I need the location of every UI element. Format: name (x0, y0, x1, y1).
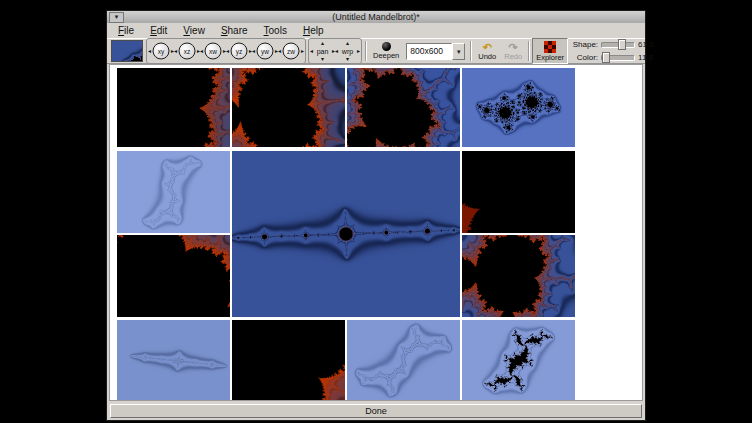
arrow-left-icon: ◂ (252, 48, 255, 54)
menu-tools[interactable]: Tools (256, 24, 295, 38)
fractal-canvas (462, 320, 575, 401)
rotate-zw-label: zw (283, 43, 300, 60)
arrow-left-icon: ◂ (310, 48, 313, 54)
shape-slider-thumb[interactable] (618, 39, 626, 50)
warp-button[interactable]: ▴ ◂ wrp ▸ ▾ (335, 40, 360, 62)
fractal-canvas (347, 320, 460, 401)
pan-label: pan (317, 48, 329, 55)
explorer-tile[interactable] (232, 68, 345, 147)
arrow-left-icon: ◂ (148, 48, 151, 54)
deepen-button[interactable]: Deepen (369, 38, 403, 64)
toolbar-separator (365, 41, 367, 61)
explorer-tile[interactable] (117, 320, 230, 401)
explorer-toggle-button[interactable]: Explorer (532, 38, 568, 64)
size-combobox[interactable]: 800x600 ▾ (406, 43, 465, 60)
arrow-left-icon: ◂ (200, 48, 203, 54)
explorer-tile[interactable] (347, 68, 460, 147)
color-slider-thumb[interactable] (602, 52, 610, 63)
color-label: Color: (568, 53, 598, 62)
explorer-tile[interactable] (117, 151, 230, 233)
explorer-main-tile[interactable] (232, 151, 460, 317)
toolbar: ◂ xy ▸ ◂ xz ▸ ◂ xw ▸ ◂ yz ▸ ◂ yw (107, 38, 645, 64)
fractal-canvas (117, 320, 230, 401)
warp-label: wrp (342, 48, 353, 55)
arrow-right-icon: ▸ (357, 48, 360, 54)
arrow-left-icon: ◂ (278, 48, 281, 54)
dropdown-arrow-icon[interactable]: ▾ (452, 43, 465, 60)
shape-slider[interactable] (601, 42, 635, 48)
color-slider-row: Color: 11.8 (568, 53, 664, 62)
color-slider[interactable] (601, 55, 635, 61)
shape-value: 61.3 (638, 40, 658, 49)
fractal-canvas (462, 235, 575, 317)
rotate-xw-label: xw (205, 43, 222, 60)
rotate-xz-button[interactable]: ◂ xz ▸ (174, 40, 200, 62)
explorer-tile[interactable] (232, 320, 345, 401)
explorer-tile[interactable] (462, 151, 575, 233)
explorer-tile[interactable] (347, 320, 460, 401)
arrow-left-icon: ◂ (174, 48, 177, 54)
fractal-canvas (462, 151, 575, 233)
rotate-yz-label: yz (231, 43, 248, 60)
toolbar-separator (470, 41, 472, 61)
status-bar: Done (110, 404, 642, 418)
fractal-canvas (117, 151, 230, 233)
explorer-tile[interactable] (462, 235, 575, 317)
fractal-canvas (117, 68, 230, 147)
undo-icon: ↶ (483, 42, 492, 52)
rotation-button-group: ◂ xy ▸ ◂ xz ▸ ◂ xw ▸ ◂ yz ▸ ◂ yw (146, 38, 306, 64)
rotate-xz-label: xz (179, 43, 196, 60)
arrow-right-icon: ▸ (301, 48, 304, 54)
menu-view[interactable]: View (175, 24, 213, 38)
undo-button[interactable]: ↶ Undo (474, 38, 500, 64)
pan-warp-button-group: ▴ ◂ pan ▸ ▾ ▴ ◂ wrp ▸ ▾ (308, 38, 362, 64)
fractal-canvas (232, 320, 345, 401)
size-value[interactable]: 800x600 (406, 43, 452, 60)
menu-edit[interactable]: Edit (142, 24, 175, 38)
arrow-left-icon: ◂ (226, 48, 229, 54)
window-title: (Untitled Mandelbrot)* (107, 12, 645, 22)
explorer-tile[interactable] (462, 320, 575, 401)
arrow-down-icon: ▾ (346, 56, 349, 62)
fractal-canvas (232, 151, 460, 317)
redo-label: Redo (504, 53, 522, 61)
rotate-xy-button[interactable]: ◂ xy ▸ (148, 40, 174, 62)
fractal-canvas (232, 68, 345, 147)
arrow-down-icon: ▾ (321, 56, 324, 62)
status-text: Done (365, 406, 387, 416)
fractal-preview-thumbnail[interactable] (111, 40, 143, 62)
rotate-xy-label: xy (153, 43, 170, 60)
rotate-yw-button[interactable]: ◂ yw ▸ (252, 40, 278, 62)
undo-label: Undo (478, 53, 496, 61)
rotate-zw-button[interactable]: ◂ zw ▸ (278, 40, 304, 62)
color-value: 11.8 (638, 53, 658, 62)
fractal-canvas (462, 68, 575, 147)
arrow-up-icon: ▴ (321, 40, 324, 46)
explorer-tile[interactable] (117, 68, 230, 147)
menu-help[interactable]: Help (295, 24, 332, 38)
app-window: ▾ (Untitled Mandelbrot)* File Edit View … (106, 10, 646, 421)
fractal-canvas (347, 68, 460, 147)
explorer-label: Explorer (536, 54, 564, 62)
arrow-up-icon: ▴ (346, 40, 349, 46)
arrow-left-icon: ◂ (335, 48, 338, 54)
parameter-sliders: Shape: 61.3 Color: 11.8 (568, 40, 664, 62)
deepen-label: Deepen (373, 52, 399, 60)
explorer-grid (109, 64, 643, 401)
rotate-xw-button[interactable]: ◂ xw ▸ (200, 40, 226, 62)
explorer-tile[interactable] (462, 68, 575, 147)
rotate-yz-button[interactable]: ◂ yz ▸ (226, 40, 252, 62)
menu-file[interactable]: File (110, 24, 142, 38)
fractal-preview-canvas (112, 41, 143, 62)
toolbar-separator (528, 41, 530, 61)
shape-label: Shape: (568, 40, 598, 49)
deepen-icon (382, 42, 391, 51)
pan-button[interactable]: ▴ ◂ pan ▸ ▾ (310, 40, 335, 62)
fractal-canvas (117, 235, 230, 317)
redo-icon: ↷ (509, 42, 518, 52)
redo-button[interactable]: ↷ Redo (500, 38, 526, 64)
explorer-icon (544, 41, 556, 53)
explorer-tile[interactable] (117, 235, 230, 317)
shape-slider-row: Shape: 61.3 (568, 40, 664, 49)
menu-share[interactable]: Share (213, 24, 256, 38)
